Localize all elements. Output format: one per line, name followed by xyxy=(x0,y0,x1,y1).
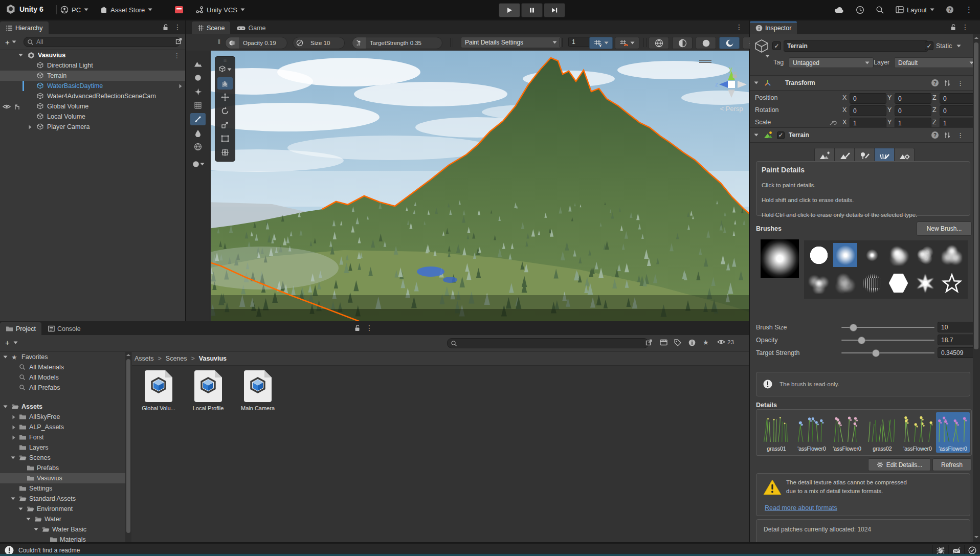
scale-x-field[interactable]: 1 xyxy=(850,118,886,128)
preset-icon[interactable] xyxy=(944,80,951,86)
perspective-label[interactable]: < Persp xyxy=(712,105,749,113)
breadcrumb[interactable]: Assets>Scenes>Vasuvius xyxy=(132,352,749,366)
foldout-icon[interactable] xyxy=(18,54,23,57)
status-message[interactable]: Couldn't find a readme xyxy=(18,547,80,554)
help-icon[interactable]: ? xyxy=(946,6,954,14)
brush-solid[interactable] xyxy=(807,243,831,267)
hierarchy-search-input[interactable]: All xyxy=(24,37,180,47)
lock-icon[interactable] xyxy=(950,24,956,31)
add-asset-button[interactable]: + xyxy=(5,338,10,347)
brush-scratch[interactable] xyxy=(860,271,884,295)
project-tree-item-allskyfree[interactable]: AllSkyFree xyxy=(0,412,125,422)
project-tree-item-water[interactable]: Water xyxy=(0,514,125,524)
kebab-menu-icon[interactable]: ⋮ xyxy=(736,23,743,31)
account-menu[interactable]: PC xyxy=(55,3,94,17)
brush-n2[interactable] xyxy=(913,243,937,267)
position-x-field[interactable]: 0 xyxy=(850,93,886,104)
scene-view-wglobe-button[interactable] xyxy=(649,37,669,49)
paint-details-settings-dropdown[interactable]: Paint Details Settings xyxy=(461,37,561,48)
rotation-y-field[interactable]: 0 xyxy=(895,105,931,116)
project-tree-item-favorites[interactable]: ★Favorites xyxy=(0,352,125,362)
scene-view-sglobe-button[interactable] xyxy=(672,37,693,49)
tool-handtool[interactable] xyxy=(217,77,233,90)
hidden-count-icon[interactable] xyxy=(717,339,725,345)
project-tree-item-environment[interactable]: Environment xyxy=(0,504,125,514)
package-manager-button[interactable] xyxy=(170,3,188,17)
project-tree-item-vasuvius[interactable]: Vasuvius xyxy=(0,473,125,483)
tool-movecross[interactable] xyxy=(217,91,233,103)
lock-icon[interactable] xyxy=(354,324,361,331)
breadcrumb-scenes[interactable]: Scenes xyxy=(166,355,187,362)
paint-trees-tool[interactable] xyxy=(854,148,875,163)
tab-project[interactable]: Project xyxy=(0,322,41,335)
create-neighbor-terrains-tool[interactable] xyxy=(814,148,835,163)
project-tree-item-all-materials[interactable]: All Materials xyxy=(0,362,125,372)
object-name-field[interactable]: Terrain xyxy=(784,40,928,52)
hierarchy-item-vasuvius[interactable]: Vasuvius⋮ xyxy=(0,50,185,60)
hierarchy-item-terrain[interactable]: Terrain xyxy=(0,71,185,81)
tool-scalebox[interactable] xyxy=(217,119,233,131)
brush-softsm[interactable] xyxy=(860,243,884,267)
paint-terrain-tool[interactable] xyxy=(834,148,855,163)
terrain-component-header[interactable]: ✓ Terrain ? ⋮ xyxy=(750,127,973,143)
gameobject-icon[interactable] xyxy=(754,38,769,54)
overlay-gridsq-icon[interactable] xyxy=(190,99,206,112)
detail-6-flower-purple[interactable]: 'assFlower0 xyxy=(936,412,970,453)
breadcrumb-assets[interactable]: Assets xyxy=(135,355,154,362)
slider-value-field[interactable]: 10 xyxy=(938,322,973,332)
layout-menu[interactable]: Layout xyxy=(896,3,934,17)
open-search-icon[interactable] xyxy=(645,339,652,346)
position-z-field[interactable]: 0 xyxy=(940,93,973,104)
kebab-menu-icon[interactable]: ⋮ xyxy=(174,23,181,31)
component-enabled-checkbox[interactable]: ✓ xyxy=(777,131,785,139)
label-filter-icon[interactable] xyxy=(674,339,681,346)
play-button[interactable] xyxy=(499,3,520,17)
open-search-window-icon[interactable] xyxy=(175,38,182,45)
hierarchy-item-local-volume[interactable]: Local Volume xyxy=(0,112,185,122)
target-strength-chip[interactable]: TargetStrength 0.35 xyxy=(352,37,442,49)
overlay-globe-icon[interactable] xyxy=(190,141,206,153)
lock-icon[interactable] xyxy=(162,24,169,31)
project-search-input[interactable] xyxy=(447,338,649,348)
scene-viewport[interactable]: y z < Persp ‖ xyxy=(211,51,749,321)
rotation-x-field[interactable]: 0 xyxy=(850,105,886,116)
brush-burst[interactable] xyxy=(913,271,937,295)
project-tree-item-scenes[interactable]: Scenes xyxy=(0,453,125,463)
invalid-filter-icon[interactable] xyxy=(688,339,696,346)
step-button[interactable] xyxy=(544,3,565,17)
scene-view-moon-button[interactable] xyxy=(719,37,740,49)
chevron-down-icon[interactable] xyxy=(12,40,16,43)
project-tree-item-prefabs[interactable]: Prefabs xyxy=(0,463,125,473)
static-dropdown-icon[interactable] xyxy=(956,45,961,48)
project-tree-item-all-models[interactable]: All Models xyxy=(0,372,125,383)
breadcrumb-vasuvius[interactable]: Vasuvius xyxy=(199,355,227,362)
brush-n1[interactable] xyxy=(886,243,910,267)
project-tree-item-settings[interactable]: Settings xyxy=(0,483,125,494)
scene-gizmo[interactable]: y z < Persp xyxy=(712,65,749,113)
snap-toggle[interactable] xyxy=(615,37,639,49)
overlay-handle[interactable] xyxy=(699,59,711,63)
brush-size-chip[interactable]: Size 10 xyxy=(293,37,345,49)
project-tree-item-standard-assets[interactable]: Standard Assets xyxy=(0,494,125,504)
terrain-settings-tool[interactable] xyxy=(894,148,915,163)
asset-store-menu[interactable]: Asset Store xyxy=(95,3,158,17)
transform-header[interactable]: Transform ? ⋮ xyxy=(750,75,973,91)
project-tree-item-alp-assets[interactable]: ALP_Assets xyxy=(0,422,125,432)
picking-hand-icon[interactable] xyxy=(14,103,20,110)
project-tree-item-layers[interactable]: Layers xyxy=(0,442,125,453)
kebab-menu-icon[interactable]: ⋮ xyxy=(957,79,964,87)
project-tree-item-all-prefabs[interactable]: All Prefabs xyxy=(0,383,125,393)
overlay-mountain-icon[interactable] xyxy=(190,58,206,70)
slider-value-field[interactable]: 0.34509 xyxy=(938,347,973,358)
brush-n4[interactable] xyxy=(807,271,831,295)
brush-soft[interactable] xyxy=(833,243,857,267)
hierarchy-item-water4advancedreflectionscenecam[interactable]: Water4AdvancedReflectionSceneCam xyxy=(0,91,185,101)
refresh-button[interactable]: Refresh xyxy=(932,458,971,471)
unity-vcs-menu[interactable]: Unity VCS xyxy=(190,3,250,17)
prefab-open-icon[interactable] xyxy=(179,84,182,88)
overlay-brush-icon[interactable] xyxy=(190,113,206,125)
brush-n5[interactable] xyxy=(833,271,857,295)
scale-z-field[interactable]: 1 xyxy=(940,118,973,128)
overlay-droplet-icon[interactable] xyxy=(190,127,206,139)
detail-5-flower-yellow[interactable]: 'assFlower0 xyxy=(901,412,934,453)
